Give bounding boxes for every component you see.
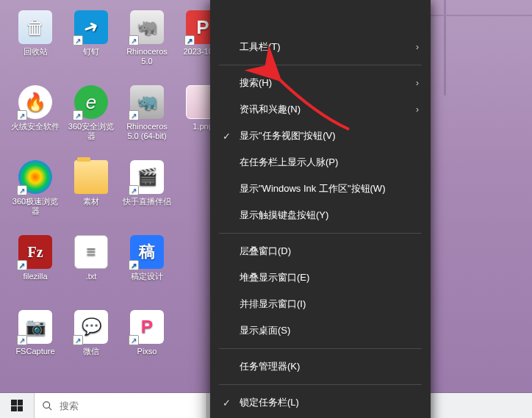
app-icon: ↗ [74, 10, 108, 44]
context-menu-item-label: 层叠窗口(D) [240, 245, 419, 258]
context-menu-item-label: 并排显示窗口(I) [240, 298, 419, 311]
desktop-icon[interactable]: .txt [65, 232, 118, 303]
context-menu-item[interactable]: 资讯和兴趣(N)› [210, 96, 431, 123]
context-menu-item[interactable]: 在任务栏上显示人脉(P) [210, 149, 431, 176]
shortcut-overlay-icon: ↗ [73, 335, 83, 345]
shortcut-overlay-icon: ↗ [17, 110, 27, 120]
app-icon: ↗ [130, 10, 164, 44]
desktop-icon[interactable]: ↗360极速浏览器 [9, 157, 62, 228]
desktop-icon-label: 素材 [83, 197, 99, 206]
svg-point-0 [43, 401, 49, 408]
taskbar-search-input[interactable] [60, 393, 206, 418]
desktop-icon[interactable]: 素材 [65, 157, 118, 228]
svg-line-1 [48, 407, 51, 410]
context-menu-item-label: 搜索(H) [240, 76, 416, 90]
desktop-icon-label: 快手直播伴侣 [123, 197, 171, 206]
context-menu-item[interactable]: 搜索(H)› [210, 70, 431, 96]
context-menu-item[interactable]: 工具栏(T)› [210, 34, 431, 60]
desktop-icon-label: 360安全浏览器 [65, 122, 118, 141]
desktop-icon[interactable]: ↗Pixso [121, 307, 173, 378]
desktop-icon-label: FSCapture [15, 347, 54, 356]
app-icon: ↗ [130, 310, 164, 344]
desktop-icon-label: 回收站 [24, 47, 48, 57]
context-menu-item[interactable]: 显示触摸键盘按钮(Y) [210, 202, 431, 228]
checkmark-icon: ✓ [219, 397, 234, 408]
context-menu-item[interactable]: 任务管理器(K) [210, 353, 431, 380]
context-menu-item-label: 显示"Windows Ink 工作区"按钮(W) [240, 182, 419, 195]
app-icon [74, 160, 108, 194]
shortcut-overlay-icon: ↗ [17, 335, 27, 345]
desktop-icon[interactable]: ↗钉钉 [65, 7, 118, 78]
chevron-right-icon: › [416, 78, 419, 88]
app-icon: ↗ [18, 85, 52, 119]
context-menu-item[interactable]: 堆叠显示窗口(E) [210, 264, 431, 291]
windows-logo-icon [11, 400, 23, 411]
shortcut-overlay-icon: ↗ [73, 110, 83, 120]
desktop-icon-label: filezilla [23, 272, 47, 281]
search-icon [35, 400, 60, 411]
context-menu-item-label: 任务管理器(K) [240, 360, 419, 373]
context-menu-item-label: 堆叠显示窗口(E) [240, 271, 419, 284]
desktop-icon[interactable]: ↗filezilla [9, 232, 62, 303]
context-menu-item[interactable]: 显示"Windows Ink 工作区"按钮(W) [210, 176, 431, 202]
context-menu-item[interactable]: 显示桌面(S) [210, 317, 431, 344]
shortcut-overlay-icon: ↗ [17, 260, 27, 270]
app-icon [18, 10, 52, 44]
desktop-icon-label: 稿定设计 [131, 272, 163, 281]
shortcut-overlay-icon: ↗ [129, 185, 139, 195]
app-icon: ↗ [130, 160, 164, 194]
context-menu-item-label: 显示桌面(S) [240, 324, 419, 337]
shortcut-overlay-icon: ↗ [17, 185, 27, 195]
context-menu-item[interactable]: ✓锁定任务栏(L) [210, 389, 431, 416]
context-menu-item[interactable]: 并排显示窗口(I) [210, 291, 431, 317]
shortcut-overlay-icon: ↗ [129, 35, 139, 46]
chevron-right-icon: › [416, 42, 419, 52]
context-menu-item[interactable]: 层叠窗口(D) [210, 238, 431, 264]
shortcut-overlay-icon: ↗ [129, 260, 139, 270]
app-icon: ↗ [74, 310, 108, 344]
app-icon: ↗ [18, 310, 52, 344]
taskbar-context-menu: 工具栏(T)›搜索(H)›资讯和兴趣(N)›✓显示"任务视图"按钮(V)在任务栏… [210, 0, 431, 418]
chevron-right-icon: › [416, 104, 419, 115]
desktop-icon[interactable]: ↗Rhinoceros 5.0 [121, 7, 173, 78]
desktop-icon[interactable]: ↗360安全浏览器 [65, 82, 118, 153]
context-menu-item[interactable]: ✓显示"任务视图"按钮(V) [210, 123, 431, 149]
app-icon [74, 235, 108, 269]
menu-separator [219, 233, 422, 234]
shortcut-overlay-icon: ↗ [73, 35, 83, 46]
desktop-icon[interactable]: ↗微信 [65, 307, 118, 378]
menu-separator [219, 348, 422, 349]
app-icon: ↗ [18, 160, 52, 194]
desktop-icon[interactable]: ↗Rhinoceros 5.0 (64-bit) [121, 82, 173, 153]
desktop-icon-label: Rhinoceros 5.0 (64-bit) [121, 122, 173, 141]
taskbar-search-box[interactable] [34, 393, 207, 418]
desktop-icon-label: 火绒安全软件 [11, 122, 60, 131]
desktop-icon-label: 360极速浏览器 [9, 197, 62, 216]
checkmark-icon: ✓ [219, 131, 234, 142]
desktop-icon[interactable]: 回收站 [9, 7, 62, 78]
desktop-icon-label: 微信 [83, 347, 99, 356]
context-menu-item-label: 在任务栏上显示人脉(P) [240, 156, 419, 169]
app-icon: ↗ [130, 235, 164, 269]
desktop-icon-label: Pixso [137, 347, 157, 356]
start-button[interactable] [0, 393, 34, 418]
app-icon: ↗ [74, 85, 108, 119]
context-menu-item-label: 资讯和兴趣(N) [240, 103, 416, 116]
desktop-icon-label: .txt [86, 272, 97, 281]
desktop-icon[interactable]: ↗FSCapture [9, 307, 62, 378]
menu-separator [219, 384, 422, 385]
shortcut-overlay-icon: ↗ [184, 35, 195, 46]
context-menu-item-label: 工具栏(T) [240, 40, 416, 54]
menu-separator [219, 65, 422, 65]
app-icon: ↗ [130, 85, 164, 119]
desktop-icon[interactable]: ↗火绒安全软件 [9, 82, 62, 153]
context-menu-item-label: 锁定任务栏(L) [240, 396, 419, 409]
desktop-icon-label: 钉钉 [83, 47, 99, 57]
shortcut-overlay-icon: ↗ [129, 110, 139, 120]
context-menu-item-label: 显示触摸键盘按钮(Y) [240, 209, 419, 222]
desktop-icon[interactable]: ↗快手直播伴侣 [121, 157, 173, 228]
context-menu-item-label: 显示"任务视图"按钮(V) [240, 129, 419, 143]
app-icon: ↗ [18, 235, 52, 269]
shortcut-overlay-icon: ↗ [129, 335, 139, 345]
desktop-icon[interactable]: ↗稿定设计 [121, 232, 173, 303]
